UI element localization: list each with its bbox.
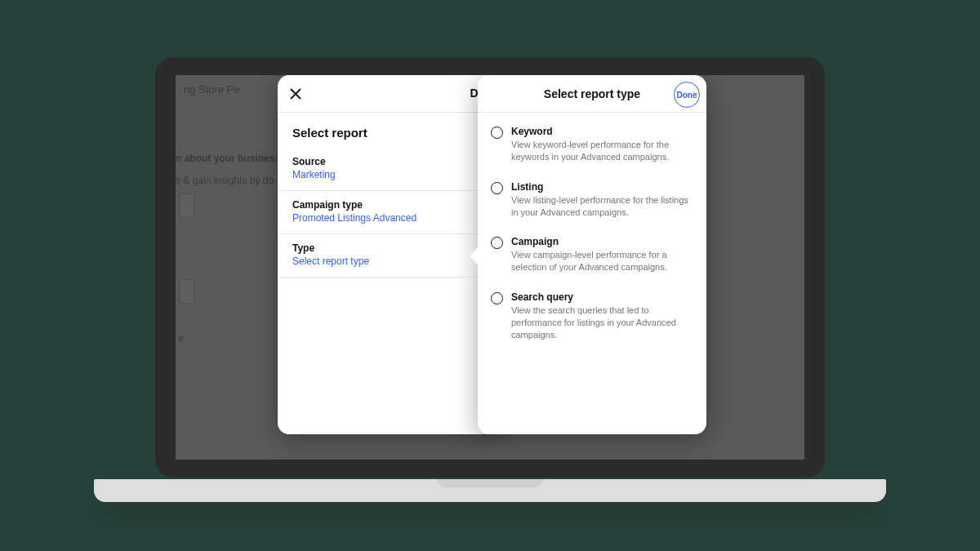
row-campaign-type[interactable]: Campaign type Promoted Listings Advanced [278,191,498,234]
row-type[interactable]: Type Select report type [278,234,498,278]
option-title: Keyword [511,126,693,137]
radio-icon [491,127,503,139]
close-icon[interactable] [287,86,304,102]
option-search-query[interactable]: Search query View the search queries tha… [478,283,706,351]
panel-header: Dov [278,75,498,113]
option-title: Search query [511,291,693,303]
radio-icon [491,182,503,194]
select-report-heading: Select report [278,113,498,148]
row-source[interactable]: Source Marketing [278,148,498,191]
row-value: Marketing [292,169,483,180]
done-button[interactable]: Done [674,82,700,108]
laptop-notch [437,479,543,487]
laptop-base [94,479,886,502]
row-value: Promoted Listings Advanced [292,212,483,224]
laptop-bezel: ng Store Pe n about your business s & ga… [155,57,825,478]
option-desc: View campaign-level performance for a se… [511,249,693,273]
screen: ng Store Pe n about your business s & ga… [176,75,804,460]
row-label: Source [292,156,483,167]
row-label: Type [292,242,483,254]
report-type-options: Keyword View keyword-level performance f… [478,113,706,356]
option-campaign[interactable]: Campaign View campaign-level performance… [478,228,706,283]
radio-icon [491,292,503,304]
row-value: Select report type [292,256,483,267]
panel-title: Select report type [488,87,697,100]
row-label: Campaign type [292,199,483,211]
option-keyword[interactable]: Keyword View keyword-level performance f… [478,118,706,173]
option-desc: View listing-level performance for the l… [511,194,693,219]
option-title: Campaign [511,236,693,247]
panel-header: Select report type Done [478,75,706,113]
select-report-type-panel: Select report type Done Keyword View key… [478,75,706,434]
select-report-panel: Dov Select report Source Marketing Campa… [278,75,498,434]
option-listing[interactable]: Listing View listing-level performance f… [478,173,706,229]
option-desc: View the search queries that led to perf… [511,304,693,341]
laptop-frame: ng Store Pe n about your business s & ga… [155,57,825,514]
radio-icon [491,237,503,249]
option-title: Listing [511,181,693,193]
option-desc: View keyword-level performance for the k… [511,139,693,163]
